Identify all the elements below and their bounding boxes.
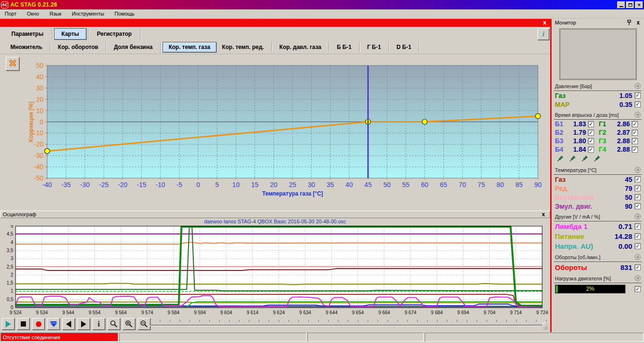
map-close-button[interactable] [6,57,19,71]
injector-icon[interactable] [568,155,576,163]
info-button[interactable]: i [537,28,549,40]
collapse-button[interactable]: » [635,254,641,260]
tab-maps[interactable]: Карты [54,28,86,40]
monitor-header: Монитор x [554,19,642,27]
monitor-row-rpm: Обороты 831 ✓ [554,262,642,272]
stop-button[interactable] [17,318,30,330]
svg-text:9 554: 9 554 [89,310,100,315]
checkbox-checked[interactable]: ✓ [635,233,641,239]
gas-temp-correction-chart[interactable]: -50-40-30-20-1001020304050-40-35-30-25-2… [0,54,550,211]
svg-text:20: 20 [270,181,278,188]
oscilloscope-file-title: daewoo lanos STAG-4 QBOX Basic 2016-05-3… [0,219,550,224]
checkbox-checked[interactable]: ✓ [635,203,641,209]
oscilloscope-scrollbar[interactable] [150,320,548,330]
play-button[interactable] [2,318,15,330]
checkbox-checked[interactable]: ✓ [588,138,594,144]
subtab-multiplier[interactable]: Множитель [5,42,48,52]
svg-text:9 574: 9 574 [141,310,153,315]
step-forward-button[interactable] [77,318,90,330]
tab-separator [106,42,106,52]
collapse-button[interactable]: » [635,213,641,220]
subtab-g-b1[interactable]: Г Б-1 [362,42,387,52]
restore-button[interactable] [626,1,634,8]
section-rpm-header: Обороты [об./мин.] » [554,253,642,262]
svg-text:60: 60 [421,181,429,188]
injector-icon[interactable] [593,155,601,163]
section-others-header: Другие [V / mA / %] » [554,213,642,221]
svg-text:9 634: 9 634 [299,310,311,315]
marker-button[interactable] [47,318,60,330]
subtab-d-b1[interactable]: D Б-1 [391,42,417,52]
svg-text:15: 15 [251,181,259,188]
restore-icon [628,3,632,7]
collapse-button[interactable]: » [635,275,641,281]
svg-text:-10: -10 [34,129,43,137]
tab-parameters[interactable]: Параметры [5,29,50,39]
section-temperature-header: Температура [°C] » [554,166,642,175]
checkbox-checked[interactable]: ✓ [588,130,594,136]
tab-separator [50,42,50,52]
minimize-button[interactable] [617,1,625,8]
subtab-b-b1[interactable]: Б Б-1 [331,42,357,52]
trackbar-track[interactable] [150,325,548,326]
injector-icon[interactable] [580,155,588,163]
checkbox-checked[interactable]: ✓ [635,243,641,249]
oscilloscope-chart-svg[interactable]: 00,511,522,533,544,559 5249 5349 5449 55… [0,225,551,316]
subtab-rpm-correction[interactable]: Кор. оборотов [52,42,104,52]
checkbox-checked[interactable]: ✓ [632,130,638,136]
zoom-in-button[interactable] [123,318,135,330]
menu-item-help[interactable]: Помощь [115,11,135,16]
svg-text:-30: -30 [34,152,43,159]
map-chart-svg[interactable]: -50-40-30-20-1001020304050-40-35-30-25-2… [0,54,550,211]
pin-icon[interactable] [627,20,631,27]
checkbox-checked[interactable]: ✓ [635,176,641,182]
zoom-button[interactable] [107,318,120,330]
tab-separator [160,42,161,52]
subtab-petrol-share[interactable]: Доля бензина [108,42,158,52]
record-button[interactable] [32,318,45,330]
svg-text:0: 0 [10,305,13,310]
subtab-gas-pressure-correction[interactable]: Кор. давл. газа [274,42,327,52]
svg-text:25: 25 [289,181,297,188]
collapse-button[interactable]: » [635,83,641,89]
menu-item-port[interactable]: Порт [5,11,17,16]
trackbar-handle[interactable] [542,321,548,330]
checkbox-checked[interactable]: ✓ [635,264,641,270]
tab-recorder[interactable]: Регистратор [91,29,139,39]
injector-icon[interactable] [556,155,564,163]
collapse-button[interactable]: » [635,112,641,118]
menu-item-tools[interactable]: Инструменты [72,11,104,16]
engine-load-bar: 2% [555,285,626,294]
monitor-row-injection-2: Б2 1.79 ✓ Г2 2.87 ✓ [554,128,642,137]
checkbox-checked[interactable]: ✓ [632,121,638,127]
monitor-close-icon[interactable]: x [636,19,640,26]
app-window: AC AC STAG 0.21.26 × Порт Окно Язык Инст… [0,0,644,343]
checkbox-checked[interactable]: ✓ [635,223,641,229]
section-injection-header: Время впрыска / доза [ms] » [554,111,642,120]
subtab-gas-temp-correction[interactable]: Кор. темп. газа [163,42,216,52]
info-osc-button[interactable]: i [92,318,105,330]
checkbox-checked[interactable]: ✓ [635,101,641,107]
checkbox-checked[interactable]: ✓ [588,121,594,127]
svg-text:9 564: 9 564 [115,310,127,315]
checkbox-checked[interactable]: ✓ [635,92,641,98]
svg-text:45: 45 [364,181,372,188]
menu-item-window[interactable]: Окно [27,11,39,16]
checkbox-checked[interactable]: ✓ [632,138,638,144]
svg-text:9 684: 9 684 [431,310,443,315]
collapse-button[interactable]: » [635,167,641,173]
svg-text:0: 0 [196,181,200,188]
checkbox-checked[interactable]: ✓ [635,286,641,292]
checkbox-checked[interactable]: ✓ [635,194,641,200]
oscilloscope-close-icon[interactable]: x [542,211,545,218]
marker-down-icon [50,321,57,327]
step-back-button[interactable] [62,318,75,330]
subtab-reducer-temp-correction[interactable]: Кор. темп. ред. [216,42,270,52]
menu-item-language[interactable]: Язык [50,11,62,16]
document-close-icon[interactable]: x [543,19,546,26]
close-button[interactable]: × [635,1,643,8]
zoom-out-button[interactable] [138,318,150,330]
checkbox-checked[interactable]: ✓ [588,147,594,153]
checkbox-checked[interactable]: ✓ [632,147,638,153]
checkbox-checked[interactable]: ✓ [635,185,641,191]
